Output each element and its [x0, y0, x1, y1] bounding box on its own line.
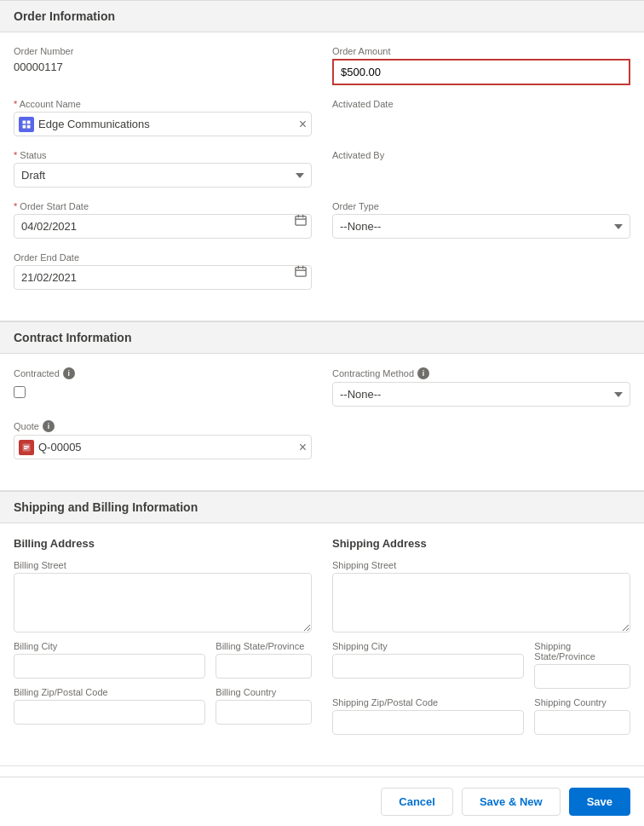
order-start-date-label: Order Start Date — [14, 201, 312, 211]
quote-input[interactable] — [14, 435, 312, 459]
activated-by-col: Activated By — [332, 150, 630, 188]
billing-address-col: Billing Address Billing Street Billing C… — [14, 537, 312, 735]
status-col: Status Draft Activated Cancelled — [14, 150, 312, 188]
activated-date-col: Activated Date — [332, 99, 630, 136]
account-activated-row: Account Name × Activated Date — [14, 99, 630, 136]
contracting-method-label: Contracting Method i — [332, 367, 630, 379]
order-amount-box: $500.00 — [332, 59, 630, 85]
account-name-label: Account Name — [14, 99, 312, 109]
quote-clear-button[interactable]: × — [299, 441, 307, 454]
footer: Cancel Save & New Save — [0, 777, 644, 826]
billing-state-input[interactable] — [216, 654, 312, 679]
account-icon — [19, 117, 34, 132]
billing-state-col: Billing State/Province — [216, 641, 312, 679]
order-information-section: Order Information Order Number 00000117 … — [0, 0, 644, 321]
shipping-country-input[interactable] — [534, 710, 630, 735]
billing-city-col: Billing City — [14, 641, 205, 679]
contract-information-header: Contract Information — [0, 321, 644, 354]
billing-country-col: Billing Country — [216, 687, 312, 725]
order-start-date-col: Order Start Date — [14, 201, 312, 239]
contracting-method-col: Contracting Method i --None-- — [332, 367, 630, 407]
contracted-checkbox-row — [14, 386, 312, 398]
contracted-col: Contracted i — [14, 367, 312, 407]
shipping-state-input[interactable] — [534, 664, 630, 689]
shipping-street-input[interactable] — [332, 573, 630, 632]
order-amount-value: $500.00 — [341, 64, 381, 78]
account-name-input-wrapper: × — [14, 112, 312, 136]
shipping-zip-country-row: Shipping Zip/Postal Code Shipping Countr… — [332, 697, 630, 735]
svg-rect-8 — [296, 268, 306, 277]
status-activatedby-row: Status Draft Activated Cancelled Activat… — [14, 150, 630, 188]
contract-information-title: Contract Information — [14, 331, 131, 344]
billing-city-input[interactable] — [14, 654, 205, 679]
order-information-title: Order Information — [14, 9, 115, 23]
cancel-button[interactable]: Cancel — [381, 788, 453, 816]
order-start-date-calendar-icon[interactable] — [295, 214, 307, 228]
billing-country-label: Billing Country — [216, 687, 312, 697]
order-end-date-input[interactable] — [14, 265, 312, 290]
start-date-type-row: Order Start Date Order Type --None-- — [14, 201, 630, 239]
quote-icon — [19, 440, 34, 455]
shipping-state-col: Shipping State/Province — [534, 641, 630, 689]
billing-country-input[interactable] — [216, 700, 312, 725]
account-name-clear-button[interactable]: × — [299, 118, 307, 131]
quote-info-icon[interactable]: i — [43, 420, 55, 432]
shipping-billing-header: Shipping and Billing Information — [0, 491, 644, 523]
shipping-city-label: Shipping City — [332, 641, 524, 651]
billing-city-state-row: Billing City Billing State/Province — [14, 641, 312, 679]
shipping-billing-section: Shipping and Billing Information Billing… — [0, 491, 644, 766]
order-end-date-calendar-icon[interactable] — [295, 265, 307, 280]
svg-rect-1 — [27, 120, 31, 124]
billing-city-label: Billing City — [14, 641, 205, 651]
order-number-amount-row: Order Number 00000117 Order Amount $500.… — [14, 46, 630, 85]
activated-date-value — [332, 112, 630, 126]
billing-street-label: Billing Street — [14, 560, 312, 570]
svg-rect-0 — [23, 120, 26, 124]
billing-zip-col: Billing Zip/Postal Code — [14, 687, 205, 725]
order-number-label: Order Number — [14, 46, 312, 56]
quote-label: Quote i — [14, 420, 312, 432]
shipping-zip-input[interactable] — [332, 710, 524, 735]
billing-zip-country-row: Billing Zip/Postal Code Billing Country — [14, 687, 312, 725]
status-select[interactable]: Draft Activated Cancelled — [14, 163, 312, 188]
order-end-date-label: Order End Date — [14, 252, 312, 263]
contracting-method-info-icon[interactable]: i — [417, 367, 429, 379]
shipping-street-label: Shipping Street — [332, 560, 630, 570]
activated-date-label: Activated Date — [332, 99, 630, 109]
order-information-header: Order Information — [0, 0, 644, 32]
billing-address-title: Billing Address — [14, 537, 312, 550]
order-number-col: Order Number 00000117 — [14, 46, 312, 85]
shipping-address-title: Shipping Address — [332, 537, 630, 550]
shipping-country-label: Shipping Country — [534, 697, 630, 708]
contracted-info-icon[interactable]: i — [63, 367, 75, 379]
shipping-state-label: Shipping State/Province — [534, 641, 630, 661]
end-date-placeholder-col — [332, 252, 630, 290]
contracted-label-text: Contracted i — [14, 367, 312, 379]
contracting-method-select[interactable]: --None-- — [332, 382, 630, 407]
account-name-input[interactable] — [14, 112, 312, 136]
order-amount-col: Order Amount $500.00 — [332, 46, 630, 85]
activated-by-label: Activated By — [332, 150, 630, 160]
billing-street-input[interactable] — [14, 573, 312, 632]
save-new-button[interactable]: Save & New — [462, 788, 561, 816]
contracted-label: Contracted — [14, 368, 60, 378]
shipping-city-state-row: Shipping City Shipping State/Province — [332, 641, 630, 689]
billing-state-label: Billing State/Province — [216, 641, 312, 651]
shipping-zip-label: Shipping Zip/Postal Code — [332, 697, 524, 708]
contracted-checkbox[interactable] — [14, 386, 26, 398]
order-type-select[interactable]: --None-- — [332, 214, 630, 239]
shipping-city-input[interactable] — [332, 654, 524, 679]
shipping-country-col: Shipping Country — [534, 697, 630, 735]
shipping-billing-title: Shipping and Billing Information — [14, 500, 198, 514]
svg-rect-3 — [27, 124, 31, 128]
quote-placeholder-col — [332, 420, 630, 459]
billing-shipping-columns: Billing Address Billing Street Billing C… — [14, 537, 630, 735]
order-start-date-input[interactable] — [14, 214, 312, 239]
order-end-date-wrapper — [14, 265, 312, 290]
order-end-date-col: Order End Date — [14, 252, 312, 290]
shipping-city-col: Shipping City — [332, 641, 524, 689]
save-button[interactable]: Save — [569, 788, 630, 816]
svg-rect-2 — [23, 124, 26, 128]
billing-zip-input[interactable] — [14, 700, 205, 725]
end-date-row: Order End Date — [14, 252, 630, 290]
